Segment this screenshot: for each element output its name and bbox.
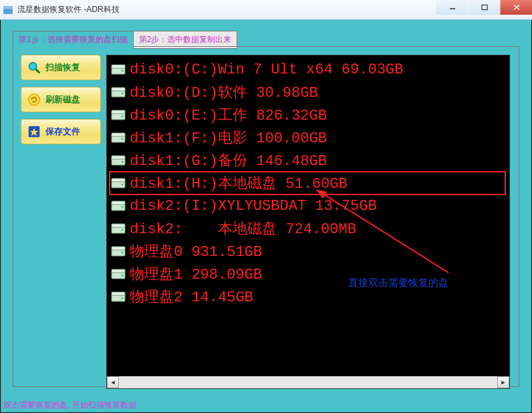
refresh-disk-button[interactable]: 刷新磁盘	[21, 87, 101, 112]
sidebar: 扫描恢复 刷新磁盘 保存文件	[21, 55, 101, 151]
close-button[interactable]	[500, 0, 532, 15]
disk-icon	[111, 178, 126, 188]
scan-recover-label: 扫描恢复	[45, 61, 80, 74]
disk-label: disk0:(D:)软件 30.98GB	[130, 82, 505, 102]
disk-icon	[111, 64, 126, 75]
titlebar: 流星数据恢复软件 -ADR科技	[0, 0, 532, 20]
disk-label: 物理盘0 931.51GB	[130, 241, 505, 261]
svg-rect-22	[112, 133, 125, 136]
window-title: 流星数据恢复软件 -ADR科技	[17, 4, 120, 15]
disk-label: disk1:(H:)本地磁盘 51.60GB	[130, 173, 505, 193]
app-icon	[3, 5, 13, 15]
svg-rect-40	[112, 269, 125, 273]
svg-rect-1	[3, 6, 13, 9]
minimize-button[interactable]	[436, 0, 468, 15]
disk-icon	[111, 87, 126, 98]
disk-icon	[111, 155, 126, 166]
svg-rect-19	[112, 110, 125, 114]
svg-point-6	[29, 63, 37, 70]
refresh-icon	[27, 92, 41, 107]
svg-point-32	[122, 206, 124, 209]
scroll-track[interactable]	[119, 376, 497, 388]
tab-step1[interactable]: 第1步：选择需要恢复的盘扫描	[13, 31, 134, 49]
disk-label: disk0:(C:)Win 7 Ult x64 69.03GB	[130, 61, 505, 78]
disk-row[interactable]: disk1:(F:)电影 100.00GB	[111, 126, 505, 149]
disk-row[interactable]: disk2: 本地磁盘 724.00MB	[111, 217, 505, 240]
disk-row[interactable]: 物理盘2 14.45GB	[111, 285, 505, 308]
magnifier-icon	[27, 60, 41, 75]
disk-row[interactable]: disk2:(I:)XYLYUSBDAT 13.75GB	[111, 194, 505, 217]
svg-rect-16	[112, 88, 125, 91]
svg-point-17	[122, 93, 124, 95]
disk-row[interactable]: 物理盘1 298.09GB	[111, 263, 505, 285]
disk-row[interactable]: disk0:(D:)软件 30.98GB	[111, 81, 505, 104]
svg-rect-13	[112, 65, 125, 68]
disk-icon	[111, 132, 126, 143]
svg-rect-0	[3, 9, 13, 14]
disk-icon	[111, 269, 126, 279]
svg-line-7	[36, 70, 40, 74]
svg-point-41	[122, 275, 124, 277]
disk-row[interactable]: disk1:(G:)备份 146.48GB	[111, 149, 505, 172]
save-icon	[27, 124, 41, 139]
svg-point-29	[122, 184, 124, 186]
svg-rect-37	[112, 247, 125, 250]
svg-point-23	[122, 138, 124, 140]
disk-list: disk0:(C:)Win 7 Ult x64 69.03GBdisk0:(D:…	[107, 55, 509, 311]
svg-point-14	[122, 70, 124, 72]
svg-point-20	[122, 116, 124, 118]
disk-icon	[111, 291, 126, 302]
disk-label: disk2:(I:)XYLYUSBDAT 13.75GB	[130, 198, 505, 215]
svg-rect-25	[112, 156, 125, 159]
disk-panel: disk0:(C:)Win 7 Ult x64 69.03GBdisk0:(D:…	[106, 55, 510, 389]
disk-label: disk2: 本地磁盘 724.00MB	[130, 219, 505, 239]
disk-icon	[111, 200, 126, 211]
disk-label: disk0:(E:)工作 826.32GB	[130, 105, 505, 125]
disk-row[interactable]: disk0:(E:)工作 826.32GB	[111, 104, 505, 126]
disk-icon	[111, 110, 126, 120]
svg-point-8	[29, 94, 40, 106]
svg-rect-3	[482, 5, 487, 10]
h-scrollbar[interactable]: ◄ ►	[107, 376, 509, 388]
save-file-button[interactable]: 保存文件	[21, 119, 101, 144]
disk-row[interactable]: disk0:(C:)Win 7 Ult x64 69.03GB	[111, 58, 505, 81]
svg-rect-34	[112, 224, 125, 227]
scan-recover-button[interactable]: 扫描恢复	[21, 55, 101, 80]
disk-icon	[111, 223, 126, 234]
client-area: 第1步：选择需要恢复的盘扫描 第2步：选中数据复制出来 扫描恢复 刷新磁盘 保存…	[0, 20, 532, 413]
status-bar: 双击需要恢复的盘, 开始扫描恢复数据	[3, 400, 136, 411]
disk-row[interactable]: 物理盘0 931.51GB	[111, 240, 505, 263]
disk-label: disk1:(G:)备份 146.48GB	[130, 150, 505, 170]
refresh-disk-label: 刷新磁盘	[45, 94, 80, 106]
svg-point-38	[122, 252, 124, 254]
svg-rect-43	[112, 292, 125, 295]
save-file-label: 保存文件	[45, 126, 80, 138]
disk-label: 物理盘1 298.09GB	[130, 264, 505, 284]
svg-point-35	[122, 229, 124, 231]
disk-label: disk1:(F:)电影 100.00GB	[130, 128, 505, 148]
disk-label: 物理盘2 14.45GB	[130, 287, 505, 307]
window-buttons	[436, 0, 532, 15]
scroll-left-button[interactable]: ◄	[107, 376, 119, 388]
maximize-button[interactable]	[468, 0, 500, 15]
scroll-right-button[interactable]: ►	[497, 376, 509, 388]
svg-rect-28	[112, 178, 125, 182]
svg-rect-31	[112, 201, 125, 204]
svg-point-26	[122, 161, 124, 163]
svg-point-44	[122, 297, 124, 299]
disk-row[interactable]: disk1:(H:)本地磁盘 51.60GB	[110, 172, 505, 194]
disk-icon	[111, 246, 126, 257]
